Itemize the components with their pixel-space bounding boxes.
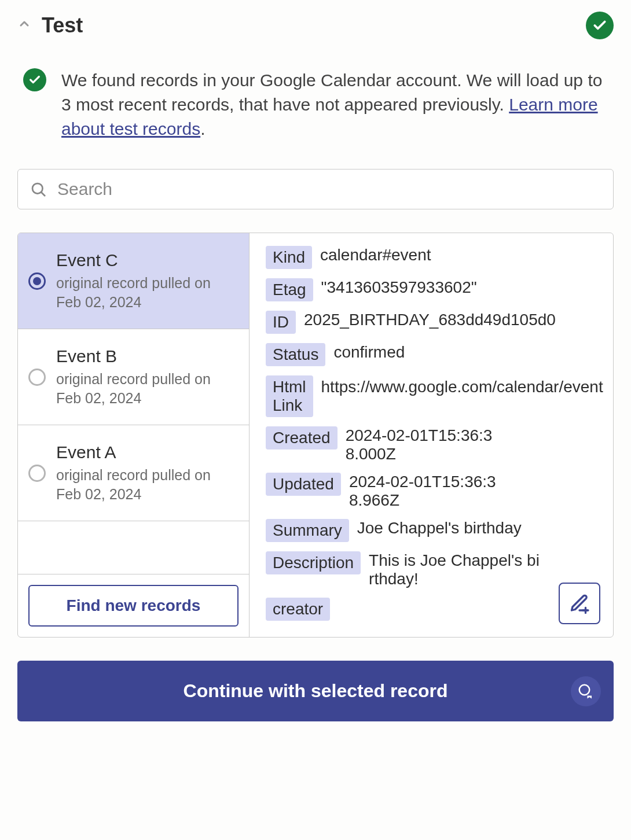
record-subtitle: original record pulled on Feb 02, 2024 <box>56 370 237 407</box>
field-value: calendar#event <box>320 246 431 264</box>
field-label: Description <box>266 551 361 574</box>
pencil-plus-icon <box>569 593 590 614</box>
status-success-icon <box>586 12 614 39</box>
record-subtitle: original record pulled on Feb 02, 2024 <box>56 274 237 311</box>
field-label: ID <box>266 311 296 334</box>
search-icon <box>30 180 47 198</box>
field-value: 2024-02-01T15:36:38.966Z <box>349 473 500 510</box>
field-label: Kind <box>266 246 312 269</box>
field-row-updated: Updated 2024-02-01T15:36:38.966Z <box>266 473 604 510</box>
field-row-id: ID 2025_BIRTHDAY_683dd49d105d0 <box>266 311 604 334</box>
field-row-kind: Kind calendar#event <box>266 246 604 269</box>
search-box[interactable] <box>17 169 614 209</box>
field-value: confirmed <box>333 343 405 362</box>
record-item[interactable]: Event A original record pulled on Feb 02… <box>18 425 249 521</box>
field-label: creator <box>266 598 330 621</box>
svg-point-4 <box>579 684 590 695</box>
field-value: "3413603597933602" <box>321 278 477 297</box>
field-label: Created <box>266 426 337 450</box>
radio-icon <box>28 272 46 290</box>
field-label: Html Link <box>266 375 313 417</box>
field-label: Updated <box>266 473 341 496</box>
field-label: Etag <box>266 278 313 301</box>
record-title: Event B <box>56 347 237 366</box>
find-new-records-button[interactable]: Find new records <box>28 585 239 627</box>
field-row-created: Created 2024-02-01T15:36:38.000Z <box>266 426 604 463</box>
radio-icon <box>28 369 46 386</box>
record-item[interactable]: Event B original record pulled on Feb 02… <box>18 329 249 425</box>
radio-icon <box>28 465 46 482</box>
section-header: Test <box>17 12 614 39</box>
edit-button[interactable] <box>559 583 600 624</box>
field-value: This is Joe Chappel's birthday! <box>369 551 542 588</box>
field-row-status: Status confirmed <box>266 343 604 366</box>
field-row-etag: Etag "3413603597933602" <box>266 278 604 301</box>
field-value: 2024-02-01T15:36:38.000Z <box>346 426 496 463</box>
field-row-description: Description This is Joe Chappel's birthd… <box>266 551 604 588</box>
field-row-htmllink: Html Link https://www.google.com/calenda… <box>266 375 604 417</box>
field-value: Joe Chappel's birthday <box>357 519 522 537</box>
field-row-summary: Summary Joe Chappel's birthday <box>266 519 604 542</box>
field-value: 2025_BIRTHDAY_683dd49d105d0 <box>304 311 556 329</box>
chevron-up-icon[interactable] <box>17 16 31 35</box>
info-message: We found records in your Google Calendar… <box>17 68 614 141</box>
record-title: Event A <box>56 443 237 462</box>
record-item[interactable]: Event C original record pulled on Feb 02… <box>18 233 249 329</box>
success-check-icon <box>23 68 46 91</box>
continue-button[interactable]: Continue with selected record <box>17 661 614 721</box>
field-label: Status <box>266 343 325 366</box>
search-input[interactable] <box>56 179 601 200</box>
record-subtitle: original record pulled on Feb 02, 2024 <box>56 466 237 503</box>
records-panel: Event C original record pulled on Feb 02… <box>17 233 614 638</box>
info-text-after: . <box>200 119 205 138</box>
record-details-column: Kind calendar#event Etag "34136035979336… <box>250 233 613 637</box>
field-value: https://www.google.com/calendar/event?ei… <box>321 375 604 398</box>
record-title: Event C <box>56 250 237 270</box>
continue-button-label: Continue with selected record <box>184 680 448 701</box>
help-chat-icon[interactable] <box>571 676 601 706</box>
svg-line-1 <box>41 192 45 196</box>
records-list-column: Event C original record pulled on Feb 02… <box>18 233 250 637</box>
field-row-creator: creator <box>266 598 604 621</box>
section-title: Test <box>42 13 83 38</box>
field-label: Summary <box>266 519 349 542</box>
